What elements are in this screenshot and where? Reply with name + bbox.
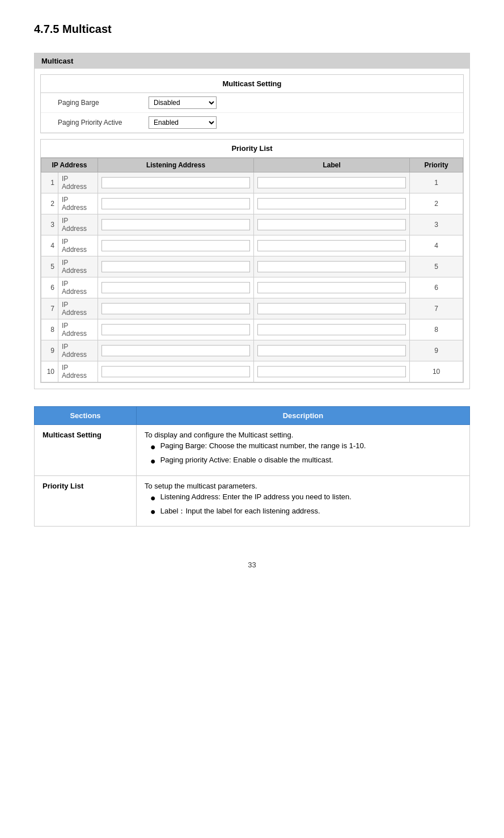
listening-address-cell[interactable] [98,319,254,340]
listening-address-input[interactable] [101,303,250,314]
table-row: 10 IP Address 10 [41,361,463,382]
table-row: 4 IP Address 4 [41,235,463,256]
listening-address-cell[interactable] [98,340,254,361]
priority-cell: 7 [410,298,463,319]
label-input[interactable] [257,324,406,335]
listening-address-cell[interactable] [98,214,254,235]
priority-list-table: IP Address Listening Address Label Prior… [41,158,463,382]
row-ip-label: IP Address [58,361,98,382]
priority-cell: 2 [410,193,463,214]
label-input[interactable] [257,198,406,209]
section-description: To setup the multicast parameters. ● Lis… [137,475,470,527]
label-cell[interactable] [254,361,410,382]
row-ip-label: IP Address [58,340,98,361]
table-row: 1 IP Address 1 [41,172,463,193]
table-row: 9 IP Address 9 [41,340,463,361]
listening-address-input[interactable] [101,366,250,377]
table-row: 6 IP Address 6 [41,277,463,298]
priority-cell: 4 [410,235,463,256]
listening-address-cell[interactable] [98,361,254,382]
row-ip-label: IP Address [58,256,98,277]
listening-address-cell[interactable] [98,235,254,256]
listening-address-input[interactable] [101,177,250,188]
listening-address-cell[interactable] [98,172,254,193]
label-input[interactable] [257,345,406,356]
priority-cell: 9 [410,340,463,361]
page-title: 4.7.5 Multicast [34,23,470,36]
label-input[interactable] [257,282,406,293]
table-row: 8 IP Address 8 [41,319,463,340]
col-listening-address: Listening Address [98,158,254,172]
paging-barge-row: Paging Barge Disabled 1234 5678 910 [41,93,463,113]
desc-row: Priority List To setup the multicast par… [35,475,470,527]
bullet-item: ● Paging priority Active: Enable o disab… [150,456,461,468]
bullet-text: Label：Input the label for each listening… [160,506,320,516]
row-ip-label: IP Address [58,214,98,235]
row-number: 8 [41,319,58,340]
label-input[interactable] [257,177,406,188]
description-table: Sections Description Multicast Setting T… [34,406,470,527]
listening-address-input[interactable] [101,219,250,230]
listening-address-input[interactable] [101,198,250,209]
label-cell[interactable] [254,340,410,361]
label-input[interactable] [257,303,406,314]
label-cell[interactable] [254,172,410,193]
listening-address-cell[interactable] [98,193,254,214]
label-cell[interactable] [254,193,410,214]
priority-cell: 8 [410,319,463,340]
col-ip-address: IP Address [41,158,98,172]
label-cell[interactable] [254,277,410,298]
bullet-item: ● Listening Address: Enter the IP addres… [150,492,461,504]
label-cell[interactable] [254,298,410,319]
listening-address-input[interactable] [101,324,250,335]
priority-cell: 3 [410,214,463,235]
row-ip-label: IP Address [58,298,98,319]
multicast-box-header: Multicast [35,53,469,69]
row-number: 5 [41,256,58,277]
bullet-text: Listening Address: Enter the IP address … [160,492,351,501]
row-number: 3 [41,214,58,235]
label-input[interactable] [257,219,406,230]
paging-priority-label: Paging Priority Active [58,119,149,127]
table-row: 2 IP Address 2 [41,193,463,214]
label-cell[interactable] [254,235,410,256]
label-input[interactable] [257,240,406,251]
label-input[interactable] [257,261,406,272]
listening-address-input[interactable] [101,282,250,293]
row-number: 6 [41,277,58,298]
priority-cell: 6 [410,277,463,298]
description-intro: To setup the multicast parameters. [145,482,461,490]
label-cell[interactable] [254,214,410,235]
section-description: To display and configure the Multicast s… [137,425,470,476]
priority-cell: 10 [410,361,463,382]
bullet-icon: ● [150,492,156,504]
multicast-setting-section: Multicast Setting Paging Barge Disabled … [40,74,464,133]
section-name: Priority List [35,475,137,527]
label-cell[interactable] [254,319,410,340]
col-label: Label [254,158,410,172]
row-number: 4 [41,235,58,256]
listening-address-cell[interactable] [98,277,254,298]
multicast-setting-title: Multicast Setting [41,75,463,93]
paging-barge-select[interactable]: Disabled 1234 5678 910 [149,96,217,109]
priority-list-section: Priority List IP Address Listening Addre… [40,139,464,383]
label-input[interactable] [257,366,406,377]
listening-address-input[interactable] [101,345,250,356]
bullet-text: Paging Barge: Choose the multicast numbe… [160,441,366,450]
section-name: Multicast Setting [35,425,137,476]
priority-cell: 1 [410,172,463,193]
paging-priority-row: Paging Priority Active Enabled Disabled [41,113,463,133]
desc-col2-header: Description [137,407,470,425]
row-ip-label: IP Address [58,277,98,298]
listening-address-input[interactable] [101,261,250,272]
paging-barge-label: Paging Barge [58,99,149,107]
listening-address-cell[interactable] [98,256,254,277]
listening-address-cell[interactable] [98,298,254,319]
row-ip-label: IP Address [58,172,98,193]
bullet-text: Paging priority Active: Enable o disable… [160,456,333,464]
listening-address-input[interactable] [101,240,250,251]
paging-priority-select[interactable]: Enabled Disabled [149,116,217,129]
priority-cell: 5 [410,256,463,277]
label-cell[interactable] [254,256,410,277]
row-number: 10 [41,361,58,382]
